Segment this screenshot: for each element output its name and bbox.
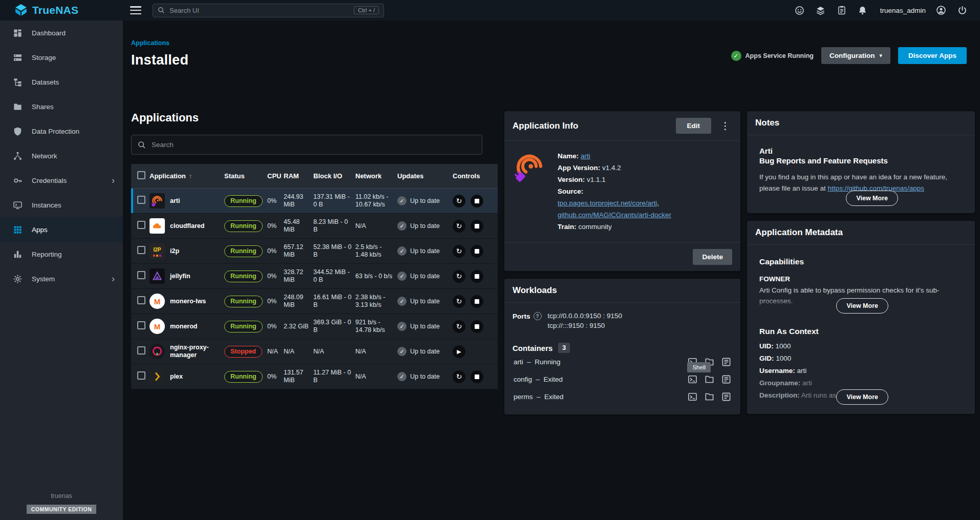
stop-button[interactable] xyxy=(471,295,483,308)
feedback-icon[interactable] xyxy=(794,5,805,16)
power-icon[interactable] xyxy=(956,5,968,16)
global-search[interactable]: Ctrl + / xyxy=(153,4,384,17)
restart-button[interactable]: ↻ xyxy=(453,270,465,283)
up-to-date-check-icon: ✓ xyxy=(397,272,407,281)
menu-toggle-icon[interactable] xyxy=(130,6,141,14)
block-io-value: 52.38 MiB - 0 B xyxy=(313,243,355,259)
status-badge: Running xyxy=(224,220,263,232)
edition-badge: COMMUNITY EDITION xyxy=(27,505,97,514)
apps-search-input[interactable] xyxy=(152,141,476,149)
sidebar-item-instances[interactable]: Instances xyxy=(0,193,123,217)
version-value: v1.1.1 xyxy=(587,176,606,183)
updates-value: Up to date xyxy=(410,273,440,280)
column-ram[interactable]: RAM xyxy=(284,172,313,180)
sidebar-item-reporting[interactable]: Reporting xyxy=(0,242,123,266)
app-name-link[interactable]: arti xyxy=(581,152,590,160)
container-shell-button[interactable] xyxy=(687,374,697,384)
stop-button[interactable] xyxy=(471,270,483,283)
table-row-monerod[interactable]: M monerod Running 0% 2.32 GiB 369.3 GiB … xyxy=(131,314,498,339)
table-row-monero-lws[interactable]: M monero-lws Running 0% 248.09 MiB 16.61… xyxy=(131,289,498,314)
apps-search[interactable] xyxy=(131,135,482,155)
updates-value: Up to date xyxy=(410,298,440,305)
notes-view-more-button[interactable]: View More xyxy=(846,191,898,206)
start-button[interactable]: ▶ xyxy=(453,345,465,358)
table-row-jellyfin[interactable]: jellyfin Running 0% 328.72 MiB 344.52 Mi… xyxy=(131,264,498,289)
table-row-i2p[interactable]: I2P i2p Running 0% 657.12 MiB 52.38 MiB … xyxy=(131,239,498,264)
edit-button[interactable]: Edit xyxy=(676,118,712,134)
row-checkbox[interactable] xyxy=(137,296,145,304)
sidebar-item-label: Credentials xyxy=(32,177,67,184)
table-row-plex[interactable]: plex Running 0% 131.57 MiB 11.27 MiB - 0… xyxy=(131,364,498,389)
container-state: Exited xyxy=(544,376,563,383)
source-link-torproject[interactable]: tpo.pages.torproject.net/core/arti xyxy=(558,199,657,207)
run-as-view-more-button[interactable]: View More xyxy=(836,389,888,405)
sidebar-item-datasets[interactable]: Datasets xyxy=(0,70,123,94)
restart-button[interactable]: ↻ xyxy=(453,320,465,333)
discover-apps-button[interactable]: Discover Apps xyxy=(898,47,967,64)
stop-button[interactable] xyxy=(471,245,483,258)
sidebar-item-storage[interactable]: Storage xyxy=(0,45,123,70)
sidebar-item-credentials[interactable]: Credentials › xyxy=(0,168,123,193)
delete-button[interactable]: Delete xyxy=(693,249,732,265)
sidebar-item-apps[interactable]: Apps xyxy=(0,217,123,242)
status-badge: Running xyxy=(224,296,263,307)
column-cpu[interactable]: CPU xyxy=(267,172,284,180)
row-checkbox[interactable] xyxy=(137,271,145,279)
info-icon[interactable]: ? xyxy=(534,312,542,320)
notifications-bell-icon[interactable] xyxy=(857,5,868,16)
row-checkbox[interactable] xyxy=(137,321,145,329)
kebab-menu-icon[interactable]: ⋮ xyxy=(718,120,732,132)
sidebar-item-system[interactable]: System › xyxy=(0,266,123,291)
container-logs-button[interactable] xyxy=(721,391,731,402)
column-block-io[interactable]: Block I/O xyxy=(313,172,355,180)
apps-table: Application↑ Status CPU RAM Block I/O Ne… xyxy=(131,164,498,389)
source-link-github[interactable]: github.com/MAGICGrants/arti-docker xyxy=(558,211,671,219)
sidebar-item-network[interactable]: Network xyxy=(0,143,123,168)
row-checkbox[interactable] xyxy=(137,371,145,380)
sidebar-item-shares[interactable]: Shares xyxy=(0,94,123,119)
row-checkbox[interactable] xyxy=(137,196,145,204)
row-checkbox[interactable] xyxy=(137,246,145,254)
restart-button[interactable]: ↻ xyxy=(453,220,465,233)
user-account-icon[interactable] xyxy=(935,5,947,16)
truenas-logo[interactable]: TrueNAS xyxy=(0,4,123,16)
sidebar-item-data-protection[interactable]: Data Protection xyxy=(0,119,123,143)
container-logs-button[interactable] xyxy=(721,357,731,367)
stop-button[interactable] xyxy=(471,220,483,233)
column-application[interactable]: Application↑ xyxy=(150,172,224,180)
global-search-input[interactable] xyxy=(169,7,349,14)
monerod-app-icon: M xyxy=(150,319,165,334)
column-status[interactable]: Status xyxy=(224,172,267,180)
sidebar-item-label: Apps xyxy=(32,226,48,234)
container-logs-button[interactable] xyxy=(721,374,731,384)
container-filesystem-button[interactable] xyxy=(704,374,714,384)
column-updates[interactable]: Updates xyxy=(397,172,453,180)
restart-button[interactable]: ↻ xyxy=(453,195,465,207)
workloads-card: Workloads Ports ? tcp://0.0.0.0:9150 : 9… xyxy=(504,279,740,414)
configuration-button[interactable]: Configuration ▾ xyxy=(821,47,890,64)
table-row-cloudflared[interactable]: cloudflared Running 0% 45.48 MiB 8.23 Mi… xyxy=(131,214,498,239)
sidebar-item-label: Network xyxy=(32,152,57,160)
table-row-nginx-proxy-manager[interactable]: nginx-proxy-manager Stopped N/A N/A N/A … xyxy=(131,339,498,364)
stop-button[interactable] xyxy=(471,370,483,383)
table-row-arti[interactable]: arti Running 0% 244.93 MiB 137.31 MiB - … xyxy=(131,189,498,214)
sidebar-item-dashboard[interactable]: Dashboard xyxy=(0,20,123,45)
restart-button[interactable]: ↻ xyxy=(453,245,465,258)
column-network[interactable]: Network xyxy=(355,172,397,180)
row-checkbox[interactable] xyxy=(137,346,145,355)
jobs-layers-icon[interactable] xyxy=(815,5,826,16)
breadcrumb[interactable]: Applications xyxy=(131,39,169,47)
stop-button[interactable] xyxy=(471,195,483,207)
restart-button[interactable]: ↻ xyxy=(453,295,465,308)
checklist-icon[interactable] xyxy=(836,5,847,16)
container-filesystem-button[interactable] xyxy=(704,391,714,402)
capabilities-view-more-button[interactable]: View More xyxy=(836,298,888,314)
network-value: 2.5 kb/s - 1.48 kb/s xyxy=(355,243,397,259)
restart-button[interactable]: ↻ xyxy=(453,370,465,383)
select-all-checkbox[interactable] xyxy=(137,171,145,179)
row-checkbox[interactable] xyxy=(137,221,145,229)
stop-button[interactable] xyxy=(471,320,483,333)
block-io-value: 16.61 MiB - 0 B xyxy=(313,294,355,309)
container-shell-button[interactable] xyxy=(687,391,697,402)
run-as-context-title: Run As Context xyxy=(759,327,963,336)
